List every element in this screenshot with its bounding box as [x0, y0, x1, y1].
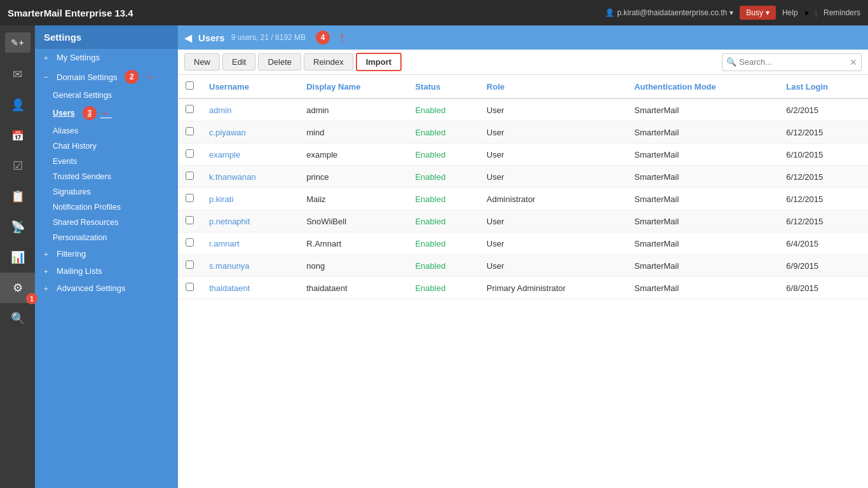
cell-role: Primary Administrator	[479, 277, 627, 299]
cell-status: Enabled	[407, 166, 478, 188]
row-check[interactable]	[178, 210, 201, 233]
sidebar-item-notification-profiles[interactable]: Notification Profiles	[35, 200, 178, 215]
sidebar-item-events[interactable]: Events	[35, 154, 178, 169]
sidebar-item-aliases[interactable]: Aliases	[35, 123, 178, 139]
cell-display-name: example	[299, 144, 407, 166]
sidebar-icon-calendar[interactable]: 📅	[0, 120, 35, 151]
row-checkbox[interactable]	[186, 127, 194, 135]
content-area: ◀ Users 9 users, 21 / 8192 MB 4 ↑ New Ed…	[178, 25, 868, 488]
row-checkbox[interactable]	[186, 261, 194, 269]
sidebar-item-chat-history[interactable]: Chat History	[35, 139, 178, 154]
busy-button[interactable]: Busy ▾	[740, 6, 776, 20]
user-menu[interactable]: 👤 p.kirati@thaidataenterprise.co.th ▾	[605, 8, 733, 17]
header-annotation: 4	[316, 30, 330, 44]
row-checkbox[interactable]	[186, 238, 194, 247]
collapse-icon[interactable]: ◀	[184, 32, 192, 44]
search-input[interactable]	[739, 57, 850, 67]
settings-sidebar: Settings + My Settings − Domain Settings…	[35, 25, 178, 488]
sidebar-item-filtering[interactable]: + Filtering	[35, 245, 178, 262]
cell-last-login: 6/12/2015	[778, 121, 868, 144]
table-row[interactable]: c.piyawan mind Enabled User SmarterMail …	[178, 121, 868, 144]
row-checkbox[interactable]	[186, 172, 194, 180]
sidebar-icon-notes[interactable]: 📋	[0, 181, 35, 212]
plus-icon-filtering: +	[44, 250, 53, 258]
new-button[interactable]: New	[184, 53, 220, 71]
sidebar-item-personalization[interactable]: Personalization	[35, 230, 178, 245]
cell-auth-mode: SmarterMail	[627, 277, 778, 299]
cell-auth-mode: SmarterMail	[627, 144, 778, 166]
sidebar-icon-search[interactable]: 🔍	[0, 303, 35, 334]
row-check[interactable]	[178, 277, 201, 299]
cell-display-name: admin	[299, 98, 407, 121]
row-check[interactable]	[178, 188, 201, 210]
sidebar-item-trusted-senders[interactable]: Trusted Senders	[35, 169, 178, 184]
cell-role: User	[479, 233, 627, 255]
cell-auth-mode: SmarterMail	[627, 188, 778, 210]
help-link[interactable]: Help	[782, 8, 798, 17]
sidebar-icon-settings[interactable]: ⚙ 1	[0, 273, 35, 303]
import-button[interactable]: Import	[356, 53, 402, 71]
row-check[interactable]	[178, 233, 201, 255]
table-row[interactable]: s.manunya nong Enabled User SmarterMail …	[178, 255, 868, 277]
cell-last-login: 6/9/2015	[778, 255, 868, 277]
table-row[interactable]: r.amnart R.Amnart Enabled User SmarterMa…	[178, 233, 868, 255]
sidebar-icon-rss[interactable]: 📡	[0, 212, 35, 242]
table-row[interactable]: k.thanwanan prince Enabled User SmarterM…	[178, 166, 868, 188]
sidebar-item-advanced-settings[interactable]: + Advanced Settings	[35, 280, 178, 297]
col-status: Status	[407, 75, 478, 98]
edit-button[interactable]: Edit	[222, 53, 255, 71]
delete-button[interactable]: Delete	[258, 53, 301, 71]
sidebar-item-mailing-lists[interactable]: + Mailing Lists	[35, 262, 178, 280]
arrow-domain: ←	[145, 71, 156, 84]
row-check[interactable]	[178, 121, 201, 144]
app-title: SmarterMail Enterprise 13.4	[8, 8, 133, 18]
sidebar-icon-contacts[interactable]: 👤	[0, 90, 35, 120]
plus-icon-advanced: +	[44, 285, 53, 292]
cell-display-name: nong	[299, 255, 407, 277]
col-username: Username	[201, 75, 299, 98]
row-checkbox[interactable]	[186, 149, 194, 158]
sidebar-icon-tasks[interactable]: ☑	[0, 151, 35, 181]
table-row[interactable]: admin admin Enabled User SmarterMail 6/2…	[178, 98, 868, 121]
cell-last-login: 6/8/2015	[778, 277, 868, 299]
row-checkbox[interactable]	[186, 105, 194, 113]
cell-last-login: 6/2/2015	[778, 98, 868, 121]
sidebar-icon-reports[interactable]: 📊	[0, 242, 35, 273]
compose-button[interactable]: ✎+	[5, 32, 31, 53]
row-check[interactable]	[178, 144, 201, 166]
reminders-link[interactable]: Reminders	[824, 8, 860, 17]
sidebar-item-domain-settings[interactable]: − Domain Settings 2 ←	[35, 66, 178, 88]
cell-display-name: SnoWiiBell	[299, 210, 407, 233]
cell-status: Enabled	[407, 277, 478, 299]
row-checkbox[interactable]	[186, 194, 194, 202]
row-check[interactable]	[178, 166, 201, 188]
col-role: Role	[479, 75, 627, 98]
table-row[interactable]: example example Enabled User SmarterMail…	[178, 144, 868, 166]
table-row[interactable]: thaidataent thaidataent Enabled Primary …	[178, 277, 868, 299]
select-all-checkbox[interactable]	[186, 81, 194, 90]
sidebar-item-signatures[interactable]: Signatures	[35, 184, 178, 200]
table-row[interactable]: p.netnaphit SnoWiiBell Enabled User Smar…	[178, 210, 868, 233]
reindex-button[interactable]: Reindex	[304, 53, 353, 71]
cell-status: Enabled	[407, 144, 478, 166]
cell-username: p.netnaphit	[201, 210, 299, 233]
sidebar-item-users[interactable]: Users 3 ←	[35, 103, 178, 123]
table-row[interactable]: p.kirati Maiiz Enabled Administrator Sma…	[178, 188, 868, 210]
row-checkbox[interactable]	[186, 216, 194, 224]
panel-meta: 9 users, 21 / 8192 MB	[231, 33, 306, 42]
sidebar-item-general-settings[interactable]: General Settings	[35, 88, 178, 103]
row-check[interactable]	[178, 98, 201, 121]
sidebar-icon-mail[interactable]: ✉	[0, 59, 35, 90]
row-check[interactable]	[178, 255, 201, 277]
cell-auth-mode: SmarterMail	[627, 121, 778, 144]
content-header: ◀ Users 9 users, 21 / 8192 MB 4 ↑	[178, 25, 868, 50]
col-last-login: Last Login	[778, 75, 868, 98]
sidebar-item-shared-resources[interactable]: Shared Resources	[35, 215, 178, 230]
cell-display-name: mind	[299, 121, 407, 144]
cell-status: Enabled	[407, 255, 478, 277]
sidebar-item-my-settings[interactable]: + My Settings	[35, 49, 178, 66]
search-clear-icon[interactable]: ✕	[850, 57, 857, 67]
cell-display-name: R.Amnart	[299, 233, 407, 255]
row-checkbox[interactable]	[186, 283, 194, 291]
search-box: 🔍 ✕	[722, 53, 862, 71]
